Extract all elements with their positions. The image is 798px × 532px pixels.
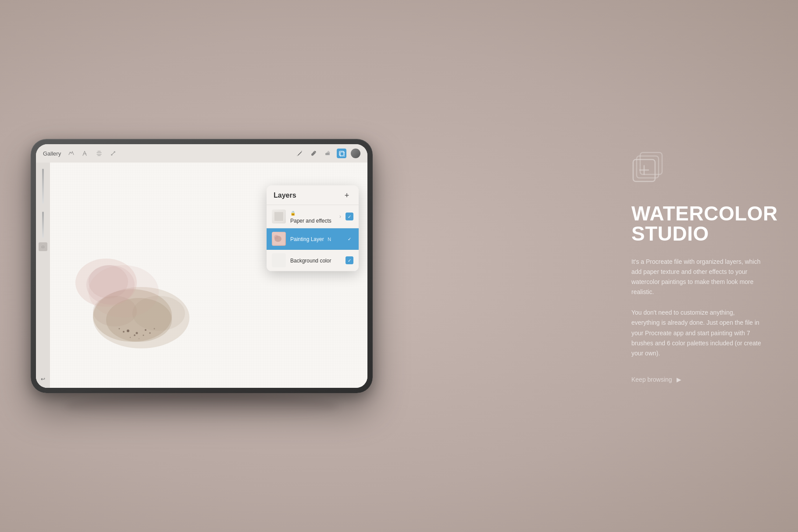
tablet-device: Gallery [31, 139, 373, 393]
keep-browsing-label: Keep browsing [631, 376, 672, 383]
feature-icon-group [631, 149, 763, 186]
svg-point-18 [145, 329, 146, 331]
svg-point-22 [123, 331, 125, 333]
layer-visibility-bg[interactable] [346, 256, 353, 264]
tablet-screen: Gallery [36, 144, 367, 388]
tool-icon-3[interactable] [95, 149, 103, 157]
pencil-tool[interactable] [295, 149, 304, 158]
svg-rect-30 [274, 212, 283, 221]
layers-panel: Layers + 🔒 [267, 185, 359, 271]
svg-point-23 [149, 332, 151, 334]
canvas-painting [71, 239, 220, 362]
tool-icon-4[interactable] [109, 149, 117, 157]
svg-point-27 [132, 296, 185, 331]
layer-thumbnail-painting [272, 232, 286, 246]
layer-name-paper: Paper and effects [290, 218, 331, 224]
layer-thumbnail-paper [272, 209, 286, 223]
undo-button[interactable]: ↩ [39, 375, 47, 383]
layer-expand-arrow[interactable]: › [339, 213, 341, 220]
svg-point-33 [274, 235, 278, 239]
layers-feature-icon [631, 149, 671, 186]
tool-icon-2[interactable] [81, 149, 89, 157]
tablet-section: Gallery [22, 47, 381, 485]
brush-tool[interactable] [309, 149, 318, 158]
svg-point-17 [136, 332, 138, 334]
layers-tool-button[interactable] [337, 149, 346, 158]
svg-point-28 [93, 296, 137, 326]
keep-browsing-arrow-icon: ▶ [677, 376, 681, 383]
svg-point-19 [119, 328, 120, 330]
layer-thumbnail-bg [272, 253, 286, 267]
layer-info-painting: Painting Layer N [290, 235, 341, 243]
svg-rect-34 [273, 254, 285, 266]
add-layer-button[interactable]: + [342, 191, 352, 200]
layer-item-paper[interactable]: 🔒 Paper and effects › [267, 205, 359, 228]
toolbar-left: Gallery [43, 149, 117, 157]
svg-point-25 [130, 337, 131, 338]
layer-name-painting: Painting Layer [290, 236, 324, 242]
layer-visibility-paper[interactable] [346, 213, 353, 220]
layer-blend-mode: N [328, 237, 331, 242]
app-canvas: □ ↩ [36, 163, 367, 388]
svg-point-16 [127, 330, 129, 332]
svg-point-26 [139, 338, 139, 339]
description-text-1: It's a Procreate file with organized lay… [631, 257, 763, 297]
toolbar-right [295, 149, 360, 158]
app-toolbar: Gallery [36, 144, 367, 163]
layers-panel-header: Layers + [267, 185, 359, 205]
opacity-slider[interactable] [42, 212, 44, 238]
layers-panel-title: Layers [274, 192, 296, 199]
description-text-2: You don't need to customize anything, ev… [631, 308, 763, 358]
keep-browsing-link[interactable]: Keep browsing ▶ [631, 376, 763, 383]
right-section: WATERCOLOR STUDIO It's a Procreate file … [631, 149, 763, 383]
svg-point-21 [143, 335, 144, 336]
tool-icon-1[interactable] [67, 149, 75, 157]
page-wrapper: Gallery [0, 0, 798, 532]
layer-info-paper: 🔒 Paper and effects [290, 209, 335, 224]
layer-lock-icon: 🔒 [290, 211, 296, 216]
brush-size-slider[interactable] [42, 169, 44, 204]
svg-point-20 [134, 334, 135, 336]
sidebar-square-tool[interactable]: □ [39, 242, 47, 251]
gallery-button[interactable]: Gallery [43, 150, 61, 157]
layer-info-bg: Background color [290, 256, 341, 264]
left-sidebar: □ ↩ [36, 163, 50, 388]
layer-item-background[interactable]: Background color [267, 250, 359, 271]
color-picker-button[interactable] [351, 149, 360, 158]
layer-item-painting[interactable]: Painting Layer N [267, 228, 359, 250]
page-title: WATERCOLOR STUDIO [631, 203, 763, 244]
layer-visibility-painting[interactable] [346, 235, 353, 243]
layer-name-bg: Background color [290, 258, 331, 264]
eraser-tool[interactable] [323, 149, 332, 158]
